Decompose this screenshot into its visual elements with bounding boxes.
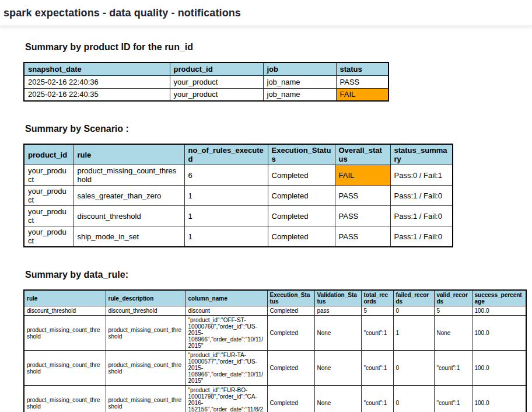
table-cell: 1 xyxy=(184,186,268,206)
table-cell: "count":1 xyxy=(434,351,472,386)
table-cell: 100.0 xyxy=(472,351,526,386)
table-cell: your_product xyxy=(170,88,263,101)
table-row: 2025-02-16 22:40:36your_productjob_nameP… xyxy=(24,75,388,88)
table-cell: None xyxy=(314,386,361,412)
table-cell: product_missing_count_threshold xyxy=(74,165,184,186)
table-header-cell: status xyxy=(336,62,388,75)
table-cell: PASS xyxy=(335,206,390,226)
table-row: product_missing_count_thresholdproduct_m… xyxy=(24,351,526,386)
table-cell: Completed xyxy=(268,226,335,247)
table-cell: product_missing_count_threshold xyxy=(24,316,106,351)
table-row: your_productship_mode_in_set1CompletedPA… xyxy=(24,226,453,247)
table-cell: product_missing_count_threshold xyxy=(106,316,186,351)
table-cell: your_product xyxy=(24,226,74,247)
table-cell: PASS xyxy=(336,75,388,88)
table-row: 2025-02-16 22:40:35your_productjob_nameF… xyxy=(24,88,388,101)
table-row: your_productdiscount_threshold1Completed… xyxy=(24,206,453,226)
table-cell: discount_threshold xyxy=(74,206,184,226)
table-cell: "count":1 xyxy=(361,386,393,412)
table-cell: job_name xyxy=(263,75,336,88)
table-row: your_productsales_greater_than_zero1Comp… xyxy=(24,186,453,206)
table-cell: 5 xyxy=(361,306,393,316)
table-row: product_missing_count_thresholdproduct_m… xyxy=(24,386,526,412)
table-cell: 1 xyxy=(184,206,268,226)
table-cell: Pass:1 / Fail:0 xyxy=(390,226,453,247)
table-cell: 6 xyxy=(184,165,268,186)
table-header-cell: valid_records xyxy=(434,290,472,306)
table-cell: FAIL xyxy=(335,165,390,186)
table-cell: Completed xyxy=(267,351,314,386)
table-header-cell: rule xyxy=(24,290,106,306)
section-heading-data-rule-summary: Summary by data_rule: xyxy=(25,270,532,280)
section-product-summary: Summary by product ID for the run_id sna… xyxy=(23,42,532,102)
table-header-row: snapshot_dateproduct_idjobstatus xyxy=(24,62,388,75)
table-header-cell: Overall_status xyxy=(335,144,390,165)
table-cell: "count":1 xyxy=(434,386,472,412)
table-header-cell: rule_description xyxy=(106,290,186,306)
table-cell: "product_id":"OFF-ST-10000760","order_id… xyxy=(186,316,267,351)
table-cell: your_product xyxy=(170,75,263,88)
table-header-cell: success_percentage xyxy=(472,290,526,306)
table-cell: 100.0 xyxy=(472,306,526,316)
table-cell: "count":1 xyxy=(361,316,393,351)
table-cell: Completed xyxy=(267,306,314,316)
section-heading-product-summary: Summary by product ID for the run_id xyxy=(25,42,532,53)
table-header-cell: failed_records xyxy=(393,290,434,306)
table-cell: Pass:1 / Fail:0 xyxy=(390,186,453,206)
table-cell: product_missing_count_threshold xyxy=(106,386,186,412)
table-cell: 100.0 xyxy=(472,386,526,412)
table-cell: discount_threshold xyxy=(106,306,186,316)
table-cell: Completed xyxy=(268,186,335,206)
table-cell: Completed xyxy=(267,386,314,412)
table-row: discount_thresholddiscount_thresholddisc… xyxy=(24,306,526,316)
table-cell: discount xyxy=(186,306,267,316)
table-row: product_missing_count_thresholdproduct_m… xyxy=(24,316,526,351)
table-cell: 100.0 xyxy=(472,316,526,351)
table-header-cell: product_id xyxy=(170,62,263,75)
table-header-cell: rule xyxy=(74,144,184,165)
product-summary-table: snapshot_dateproduct_idjobstatus2025-02-… xyxy=(23,62,389,102)
table-cell: product_missing_count_threshold xyxy=(24,386,106,412)
table-cell: your_product xyxy=(24,165,74,186)
table-cell: job_name xyxy=(263,88,336,101)
section-heading-scenario-summary: Summary by Scenario : xyxy=(25,124,532,134)
page-title: spark expectations - data quality - noti… xyxy=(4,7,532,19)
table-cell: 5 xyxy=(434,306,472,316)
table-header-cell: job xyxy=(263,62,336,75)
table-cell: None xyxy=(314,316,361,351)
section-scenario-summary: Summary by Scenario : product_idruleno_o… xyxy=(23,124,532,247)
table-cell: "product_id":"FUR-BO-10001798","order_id… xyxy=(186,386,267,412)
table-header-row: product_idruleno_of_rules_executedExecut… xyxy=(24,144,453,165)
table-cell: product_missing_count_threshold xyxy=(106,351,186,386)
scenario-summary-table: product_idruleno_of_rules_executedExecut… xyxy=(23,144,453,247)
table-cell: Pass:1 / Fail:0 xyxy=(390,206,453,226)
table-cell: "product_id":"FUR-TA-10000577","order_id… xyxy=(186,351,267,386)
table-cell: discount_threshold xyxy=(24,306,106,316)
report-content: Summary by product ID for the run_id sna… xyxy=(0,26,532,412)
table-cell: pass xyxy=(314,306,361,316)
table-row: your_productproduct_missing_count_thresh… xyxy=(24,165,453,186)
table-cell: Completed xyxy=(267,316,314,351)
table-cell: your_product xyxy=(24,206,74,226)
table-cell: None xyxy=(314,351,361,386)
table-cell: 1 xyxy=(184,226,268,247)
table-cell: 0 xyxy=(393,351,434,386)
table-cell: 1 xyxy=(393,316,434,351)
table-cell: None xyxy=(434,316,472,351)
table-header-cell: snapshot_date xyxy=(24,62,170,75)
table-cell: PASS xyxy=(335,186,390,206)
table-cell: FAIL xyxy=(336,88,388,101)
table-cell: ship_mode_in_set xyxy=(74,226,184,247)
table-cell: your_product xyxy=(24,186,74,206)
page-header: spark expectations - data quality - noti… xyxy=(0,0,532,26)
section-data-rule-summary: Summary by data_rule: rulerule_descripti… xyxy=(23,270,532,412)
table-cell: 0 xyxy=(393,386,434,412)
table-cell: Completed xyxy=(268,165,335,186)
table-header-cell: column_name xyxy=(186,290,267,306)
table-header-cell: total_records xyxy=(361,290,393,306)
data-rule-summary-table: rulerule_descriptioncolumn_nameExecution… xyxy=(23,289,527,412)
table-cell: product_missing_count_threshold xyxy=(24,351,106,386)
table-header-cell: status_summary xyxy=(390,144,453,165)
table-cell: Completed xyxy=(268,206,335,226)
table-cell: PASS xyxy=(335,226,390,247)
